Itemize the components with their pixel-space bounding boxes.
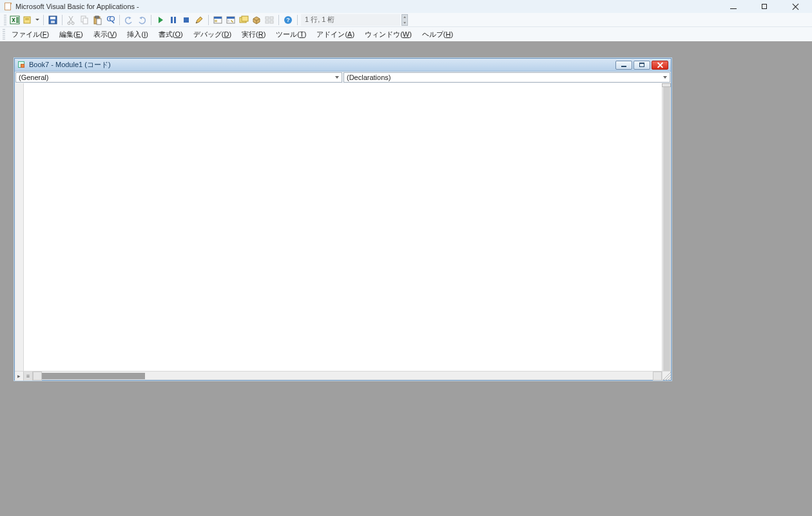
toolbox-button[interactable] <box>251 14 262 26</box>
hscroll-left-arrow[interactable] <box>33 372 42 381</box>
svg-rect-32 <box>270 17 273 19</box>
toolbar-overflow-button[interactable] <box>401 14 408 26</box>
procedure-dropdown[interactable]: (Declarations) <box>343 72 670 83</box>
svg-rect-5 <box>25 18 29 19</box>
standard-toolbar: ? 1 行, 1 桁 <box>0 13 812 27</box>
menu-run[interactable]: 実行(R) <box>237 28 271 41</box>
object-dropdown[interactable]: (General) <box>15 72 342 83</box>
menubar-grip[interactable] <box>3 29 5 39</box>
horizontal-scrollbar-thumb[interactable] <box>42 373 145 379</box>
hscroll-right-arrow[interactable] <box>653 372 662 381</box>
save-button[interactable] <box>47 14 59 26</box>
help-button[interactable]: ? <box>282 14 294 26</box>
svg-rect-34 <box>270 21 273 23</box>
svg-rect-8 <box>50 17 55 19</box>
object-dropdown-value: (General) <box>19 74 48 81</box>
code-window-dropdowns: (General) (Declarations) <box>15 72 671 83</box>
procedure-view-button[interactable]: ▸ <box>15 372 24 381</box>
object-browser-button[interactable] <box>238 14 249 26</box>
toolbar-grip[interactable] <box>4 15 6 25</box>
menu-addins[interactable]: アドイン(A) <box>311 28 360 41</box>
paste-button[interactable] <box>92 14 103 26</box>
menu-window[interactable]: ウィンドウ(W) <box>360 28 417 41</box>
procedure-dropdown-value: (Declarations) <box>347 74 391 81</box>
code-window: Book7 - Module1 (コード) (General) (Declara… <box>14 58 672 381</box>
cut-button[interactable] <box>66 14 77 26</box>
code-editor[interactable] <box>24 83 662 371</box>
tab-order-button[interactable] <box>264 14 275 26</box>
properties-window-button[interactable] <box>225 14 237 26</box>
svg-rect-6 <box>25 19 29 20</box>
svg-rect-31 <box>266 17 269 19</box>
svg-rect-2 <box>16 19 19 21</box>
svg-rect-15 <box>95 16 99 18</box>
svg-rect-25 <box>215 21 217 22</box>
svg-rect-20 <box>174 17 176 23</box>
code-window-bottombar: ▸ ≡ <box>15 371 671 380</box>
code-window-maximize-button[interactable] <box>633 61 650 70</box>
full-module-view-button[interactable]: ≡ <box>24 372 33 381</box>
menu-edit[interactable]: 編集(E) <box>54 28 88 41</box>
redo-button[interactable] <box>136 14 148 26</box>
vertical-scrollbar[interactable] <box>662 87 671 371</box>
main-titlebar: Microsoft Visual Basic for Applications … <box>0 0 812 13</box>
code-window-minimize-button[interactable] <box>615 61 632 70</box>
svg-point-18 <box>110 16 115 21</box>
svg-rect-27 <box>227 17 235 19</box>
menu-debug[interactable]: デバッグ(D) <box>188 28 237 41</box>
svg-rect-13 <box>83 18 88 24</box>
code-window-body <box>15 83 671 371</box>
svg-rect-9 <box>51 21 55 23</box>
maximize-button[interactable] <box>755 0 773 13</box>
find-button[interactable] <box>104 14 116 26</box>
minimize-button[interactable] <box>724 0 742 13</box>
vertical-scrollbar-thumb[interactable] <box>663 87 670 371</box>
cursor-position-indicator: 1 行, 1 桁 <box>301 14 400 26</box>
menu-format[interactable]: 書式(O) <box>153 28 188 41</box>
undo-button[interactable] <box>123 14 135 26</box>
svg-rect-33 <box>266 21 269 23</box>
horizontal-scrollbar[interactable] <box>33 372 662 380</box>
svg-rect-30 <box>242 16 248 21</box>
app-title: Microsoft Visual Basic for Applications … <box>15 3 139 10</box>
code-window-controls <box>615 61 668 70</box>
menubar: ファイル(F) 編集(E) 表示(V) 挿入(I) 書式(O) デバッグ(D) … <box>0 27 812 41</box>
break-button[interactable] <box>168 14 179 26</box>
copy-button[interactable] <box>79 14 90 26</box>
insert-object-dropdown[interactable] <box>35 19 40 21</box>
code-window-title: Book7 - Module1 (コード) <box>29 60 111 70</box>
window-controls <box>724 0 808 13</box>
svg-text:?: ? <box>286 17 290 23</box>
svg-rect-28 <box>227 20 229 22</box>
design-mode-button[interactable] <box>193 14 205 26</box>
svg-rect-1 <box>16 17 19 19</box>
menu-view[interactable]: 表示(V) <box>88 28 122 41</box>
code-window-close-button[interactable] <box>652 61 668 70</box>
svg-rect-3 <box>16 21 19 23</box>
svg-rect-16 <box>97 19 101 25</box>
menu-insert[interactable]: 挿入(I) <box>122 28 153 41</box>
svg-rect-23 <box>214 17 222 19</box>
run-button[interactable] <box>155 14 166 26</box>
insert-object-button[interactable] <box>22 14 34 26</box>
svg-rect-19 <box>171 17 173 23</box>
vba-app-icon <box>4 2 13 11</box>
app-title-prefix: Microsoft Visual Basic for Applications … <box>15 3 139 10</box>
mdi-client-area: Book7 - Module1 (コード) (General) (Declara… <box>0 41 812 516</box>
close-button[interactable] <box>786 0 804 13</box>
view-excel-button[interactable] <box>9 14 21 26</box>
menu-file[interactable]: ファイル(F) <box>6 28 54 41</box>
module-icon <box>17 61 26 70</box>
menu-help[interactable]: ヘルプ(H) <box>417 28 458 41</box>
code-window-titlebar[interactable]: Book7 - Module1 (コード) <box>15 59 671 72</box>
size-grip[interactable] <box>662 372 671 381</box>
code-margin[interactable] <box>15 83 24 371</box>
project-explorer-button[interactable] <box>212 14 224 26</box>
menu-tools[interactable]: ツール(T) <box>271 28 311 41</box>
svg-rect-21 <box>184 17 189 23</box>
svg-rect-24 <box>215 20 217 21</box>
reset-button[interactable] <box>180 14 192 26</box>
